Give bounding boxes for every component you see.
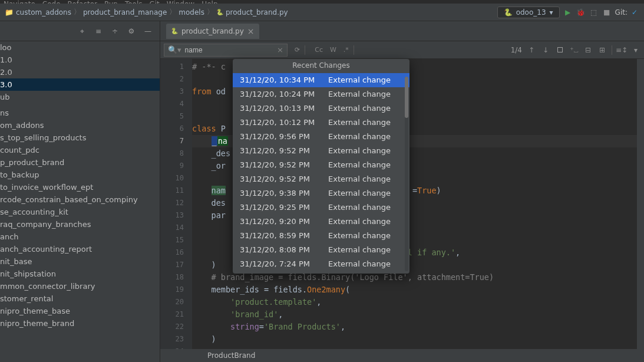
popup-list[interactable]: 31/12/20, 10:34 PMExternal change31/12/2…: [233, 73, 409, 274]
line-number[interactable]: 16: [160, 246, 184, 259]
breadcrumb-part[interactable]: product_brand_manage: [83, 8, 167, 17]
sidebar-item[interactable]: nipro_theme_brand: [0, 317, 160, 330]
line-number[interactable]: 10: [160, 172, 184, 185]
close-icon[interactable]: ×: [247, 27, 255, 36]
recent-change-row[interactable]: 31/12/20, 9:52 PMExternal change: [233, 172, 409, 186]
breadcrumb-part[interactable]: models: [179, 8, 204, 17]
menu-item[interactable]: Navigate: [4, 0, 35, 4]
add-selection-icon[interactable]: ⁺⎵: [569, 45, 579, 55]
run-with-coverage-icon[interactable]: ⬚: [589, 8, 599, 17]
breadcrumb-part[interactable]: product_brand.py: [226, 8, 288, 17]
whole-word-toggle[interactable]: W: [328, 46, 339, 54]
find-input[interactable]: [185, 46, 274, 54]
sidebar-item[interactable]: anch: [0, 231, 160, 243]
line-number[interactable]: 6: [160, 123, 184, 135]
line-number[interactable]: 4: [160, 98, 184, 110]
toggle-in-selection-icon[interactable]: ⊟: [583, 45, 593, 55]
recent-changes-popup[interactable]: Recent Changes 31/12/20, 10:34 PMExterna…: [233, 59, 409, 274]
match-case-toggle[interactable]: Cc: [312, 46, 325, 54]
line-number[interactable]: 20: [160, 296, 184, 308]
recent-change-row[interactable]: 31/12/20, 9:56 PMExternal change: [233, 130, 409, 144]
prev-match-icon[interactable]: ↑: [527, 45, 536, 55]
line-number[interactable]: 18: [160, 271, 184, 284]
stop-icon[interactable]: ■: [602, 8, 612, 17]
recent-change-row[interactable]: 31/12/20, 7:24 PMExternal change: [233, 257, 409, 271]
sidebar-item[interactable]: p_product_brand: [0, 156, 160, 169]
scrollbar-thumb[interactable]: [405, 77, 408, 118]
git-label[interactable]: Git: ✓: [615, 8, 639, 17]
error-stripe[interactable]: [637, 59, 644, 349]
menu-item[interactable]: Run: [104, 0, 118, 4]
sidebar-item[interactable]: om_addons: [0, 119, 160, 131]
recent-change-row[interactable]: 31/12/20, 9:52 PMExternal change: [233, 158, 409, 172]
settings-icon[interactable]: ≡↕: [617, 45, 626, 55]
collapse-all-icon[interactable]: ÷: [110, 27, 120, 36]
menu-item[interactable]: Help: [202, 0, 217, 4]
sidebar-item[interactable]: raq_company_branches: [0, 218, 160, 231]
line-number[interactable]: 17: [160, 259, 184, 271]
line-number[interactable]: 22: [160, 321, 184, 333]
sidebar-item[interactable]: 1.0: [0, 54, 160, 66]
menu-item[interactable]: Refactor: [68, 0, 97, 4]
menu-item[interactable]: Tools: [125, 0, 143, 4]
breadcrumb-part[interactable]: custom_addons: [16, 8, 71, 17]
line-number[interactable]: 21: [160, 308, 184, 321]
recent-change-row[interactable]: 31/12/20, 9:38 PMExternal change: [233, 186, 409, 200]
line-number[interactable]: 9: [160, 160, 184, 172]
sidebar-item[interactable]: s_top_selling_products: [0, 131, 160, 144]
filter-icon[interactable]: ▾: [631, 45, 640, 55]
line-number[interactable]: 14: [160, 222, 184, 234]
sidebar-item[interactable]: 2.0: [0, 66, 160, 78]
breadcrumb-class[interactable]: ProductBrand: [207, 351, 255, 360]
recent-change-row[interactable]: 31/12/20, 9:52 PMExternal change: [233, 144, 409, 158]
gutter[interactable]: 123456789101112131415161718192021222324: [160, 59, 192, 349]
line-number[interactable]: 2: [160, 73, 184, 85]
menu-item[interactable]: Code: [42, 0, 61, 4]
recent-change-row[interactable]: 31/12/20, 8:59 PMExternal change: [233, 229, 409, 243]
expand-all-icon[interactable]: ≡: [94, 27, 103, 36]
find-history-icon[interactable]: ⟳: [292, 46, 302, 54]
line-number[interactable]: 8: [160, 147, 184, 160]
clear-icon[interactable]: ×: [277, 45, 283, 54]
sidebar-item[interactable]: loo: [0, 41, 160, 54]
project-tree[interactable]: loo1.02.03.0ubnsom_addonss_top_selling_p…: [0, 41, 160, 362]
sidebar-item[interactable]: mmon_connector_library: [0, 280, 160, 292]
more-icon[interactable]: ⊞: [597, 45, 607, 55]
recent-change-row[interactable]: 31/12/20, 8:08 PMExternal change: [233, 243, 409, 257]
sidebar-item[interactable]: rcode_constrain_based_on_compiny: [0, 193, 160, 206]
line-number[interactable]: 13: [160, 209, 184, 222]
line-number[interactable]: 12: [160, 197, 184, 209]
sidebar-item[interactable]: anch_accounting_report: [0, 243, 160, 255]
line-number[interactable]: 23: [160, 333, 184, 345]
sidebar-item[interactable]: se_accounting_kit: [0, 206, 160, 218]
sidebar-item[interactable]: to_backup: [0, 169, 160, 181]
line-number[interactable]: 1: [160, 61, 184, 73]
run-icon[interactable]: ▶: [563, 8, 573, 17]
line-number[interactable]: 3: [160, 85, 184, 98]
sidebar-item[interactable]: to_invoice_workflow_ept: [0, 181, 160, 193]
recent-change-row[interactable]: 31/12/20, 10:34 PMExternal change: [233, 73, 409, 87]
vcs-update-icon[interactable]: ✓: [630, 8, 639, 17]
debug-icon[interactable]: 🐞: [576, 8, 586, 17]
sidebar-item[interactable]: 3.0: [0, 78, 160, 91]
find-input-wrap[interactable]: 🔍▾ ×: [164, 44, 288, 57]
sidebar-item[interactable]: nipro_theme_base: [0, 305, 160, 317]
line-number[interactable]: 15: [160, 234, 184, 246]
sidebar-item[interactable]: ub: [0, 91, 160, 103]
sidebar-item[interactable]: count_pdc: [0, 144, 160, 156]
recent-change-row[interactable]: 31/12/20, 10:12 PMExternal change: [233, 116, 409, 130]
recent-change-row[interactable]: 31/12/20, 10:13 PMExternal change: [233, 101, 409, 116]
tab-product-brand[interactable]: 🐍 product_brand.py ×: [166, 24, 259, 39]
scrollbar[interactable]: [405, 77, 408, 271]
recent-change-row[interactable]: 31/12/20, 9:25 PMExternal change: [233, 200, 409, 215]
run-config-selector[interactable]: 🐍 odoo_13 ▾: [497, 6, 560, 18]
menu-item[interactable]: Window: [167, 0, 194, 4]
recent-change-row[interactable]: 31/12/20, 7:22 PMExternal change: [233, 271, 409, 274]
sidebar-item[interactable]: nit_base: [0, 255, 160, 268]
line-number[interactable]: 24: [160, 345, 184, 349]
sidebar-item[interactable]: stomer_rental: [0, 292, 160, 305]
locate-icon[interactable]: ⌖: [77, 27, 87, 36]
sidebar-item[interactable]: nit_shipstation: [0, 268, 160, 280]
select-all-icon[interactable]: [555, 45, 564, 55]
line-number[interactable]: 19: [160, 284, 184, 296]
